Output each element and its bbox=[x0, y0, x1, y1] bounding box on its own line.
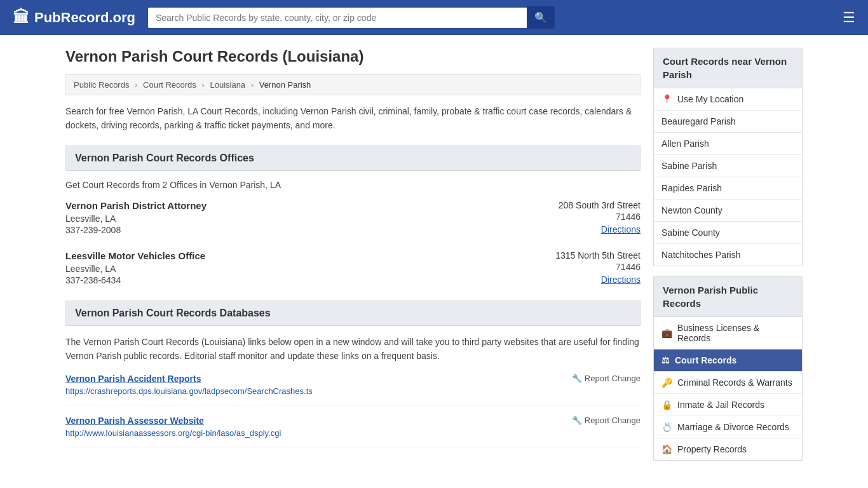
sidebar-public-records-list: 💼 Business Licenses & Records ⚖ Court Re… bbox=[653, 317, 803, 461]
office-entry-1: Vernon Parish District Attorney Leesvill… bbox=[65, 200, 641, 235]
sidebar: Court Records near Vernon Parish 📍 Use M… bbox=[653, 48, 803, 471]
breadcrumb-link-court-records[interactable]: Court Records bbox=[143, 80, 196, 90]
page-title: Vernon Parish Court Records (Louisiana) bbox=[65, 48, 641, 65]
sidebar-item-rapides[interactable]: Rapides Parish bbox=[654, 177, 802, 200]
site-logo[interactable]: 🏛 PubRecord.org bbox=[13, 8, 135, 27]
hamburger-button[interactable]: ☰ bbox=[843, 10, 855, 26]
logo-text: PubRecord.org bbox=[34, 10, 135, 26]
sidebar-item-marriage-records[interactable]: 💍 Marriage & Divorce Records bbox=[654, 416, 802, 438]
marriage-records-label: Marriage & Divorce Records bbox=[677, 422, 789, 432]
db-entry-1-report-change[interactable]: 🔧 Report Change bbox=[572, 374, 641, 383]
offices-section-header: Vernon Parish Court Records Offices bbox=[65, 146, 641, 171]
site-header: 🏛 PubRecord.org 🔍 ☰ bbox=[0, 0, 868, 35]
key-icon: 🔑 bbox=[661, 377, 672, 388]
inmate-records-label: Inmate & Jail Records bbox=[677, 400, 764, 410]
sidebar-item-beauregard[interactable]: Beauregard Parish bbox=[654, 111, 802, 133]
offices-subtext: Get Court Records from 2 Offices in Vern… bbox=[65, 180, 641, 190]
scales-icon: ⚖ bbox=[661, 355, 670, 365]
office-2-directions-link[interactable]: Directions bbox=[555, 274, 641, 285]
breadcrumb-link-public-records[interactable]: Public Records bbox=[74, 80, 129, 90]
search-button[interactable]: 🔍 bbox=[527, 6, 555, 29]
office-2-zip: 71446 bbox=[555, 262, 641, 272]
beauregard-label: Beauregard Parish bbox=[661, 116, 736, 126]
office-2-city: Leesville, LA bbox=[65, 264, 555, 274]
sidebar-item-natchitoches[interactable]: Natchitoches Parish bbox=[654, 244, 802, 266]
report-change-icon-1: 🔧 bbox=[572, 374, 582, 383]
sidebar-item-inmate-records[interactable]: 🔒 Inmate & Jail Records bbox=[654, 394, 802, 416]
report-change-label-1: Report Change bbox=[585, 374, 641, 383]
house-icon: 🏠 bbox=[661, 444, 672, 454]
sidebar-nearby-list: 📍 Use My Location Beauregard Parish Alle… bbox=[653, 88, 803, 266]
search-input[interactable] bbox=[148, 8, 527, 28]
sidebar-item-court-records[interactable]: ⚖ Court Records bbox=[654, 349, 802, 372]
use-location-label: Use My Location bbox=[677, 94, 743, 104]
report-change-icon-2: 🔧 bbox=[572, 416, 582, 425]
allen-label: Allen Parish bbox=[661, 139, 709, 149]
db-entry-2-title[interactable]: Vernon Parish Assessor Website bbox=[65, 416, 204, 426]
briefcase-icon: 💼 bbox=[661, 328, 672, 338]
office-2-phone: 337-238-6434 bbox=[65, 275, 555, 285]
sidebar-item-sabine-parish[interactable]: Sabine Parish bbox=[654, 155, 802, 177]
office-2-street: 1315 North 5th Street bbox=[555, 250, 641, 261]
sidebar-item-criminal-records[interactable]: 🔑 Criminal Records & Warrants bbox=[654, 372, 802, 394]
report-change-label-2: Report Change bbox=[585, 416, 641, 425]
office-1-street: 208 South 3rd Street bbox=[559, 200, 641, 210]
page-description: Search for free Vernon Parish, LA Court … bbox=[65, 104, 641, 133]
rapides-label: Rapides Parish bbox=[661, 183, 722, 193]
office-1-city: Leesville, LA bbox=[65, 214, 559, 224]
office-1-name: Vernon Parish District Attorney bbox=[65, 200, 559, 211]
main-content: Vernon Parish Court Records (Louisiana) … bbox=[65, 48, 641, 471]
office-1-phone: 337-239-2008 bbox=[65, 225, 559, 235]
breadcrumb-link-louisiana[interactable]: Louisiana bbox=[210, 80, 245, 90]
main-container: Vernon Parish Court Records (Louisiana) … bbox=[53, 35, 815, 484]
sidebar-item-allen[interactable]: Allen Parish bbox=[654, 133, 802, 155]
sidebar-item-newton[interactable]: Newton County bbox=[654, 200, 802, 222]
databases-description: The Vernon Parish Court Records (Louisia… bbox=[65, 335, 641, 363]
databases-section-header: Vernon Parish Court Records Databases bbox=[65, 301, 641, 326]
office-1-directions-link[interactable]: Directions bbox=[559, 224, 641, 234]
sidebar-item-property-records[interactable]: 🏠 Property Records bbox=[654, 438, 802, 460]
sidebar-use-location[interactable]: 📍 Use My Location bbox=[654, 88, 802, 111]
breadcrumb: Public Records › Court Records › Louisia… bbox=[65, 74, 641, 95]
lock-icon: 🔒 bbox=[661, 400, 672, 410]
natchitoches-label: Natchitoches Parish bbox=[661, 250, 741, 260]
business-licenses-label: Business Licenses & Records bbox=[677, 323, 794, 343]
db-entry-2-report-change[interactable]: 🔧 Report Change bbox=[572, 416, 641, 425]
breadcrumb-current: Vernon Parish bbox=[259, 80, 311, 90]
sidebar-public-records-header: Vernon Parish Public Records bbox=[653, 276, 803, 317]
office-entry-2: Leesville Motor Vehicles Office Leesvill… bbox=[65, 250, 641, 285]
sabine-county-label: Sabine County bbox=[661, 227, 720, 238]
logo-icon: 🏛 bbox=[13, 8, 29, 27]
office-2-name: Leesville Motor Vehicles Office bbox=[65, 250, 555, 261]
sidebar-item-business-licenses[interactable]: 💼 Business Licenses & Records bbox=[654, 317, 802, 349]
db-entry-1-url[interactable]: https://crashreports.dps.louisiana.gov/l… bbox=[65, 386, 641, 396]
sidebar-item-sabine-county[interactable]: Sabine County bbox=[654, 222, 802, 244]
db-entry-1: Vernon Parish Accident Reports 🔧 Report … bbox=[65, 374, 641, 405]
ring-icon: 💍 bbox=[661, 422, 672, 432]
sabine-parish-label: Sabine Parish bbox=[661, 161, 717, 171]
criminal-records-label: Criminal Records & Warrants bbox=[677, 377, 792, 388]
db-entry-2-url[interactable]: http://www.louisianaassessors.org/cgi-bi… bbox=[65, 428, 641, 438]
property-records-label: Property Records bbox=[677, 444, 747, 454]
db-entry-1-title[interactable]: Vernon Parish Accident Reports bbox=[65, 374, 201, 384]
office-2-address-block: 1315 North 5th Street 71446 Directions bbox=[555, 250, 641, 285]
location-icon: 📍 bbox=[661, 94, 672, 104]
search-bar: 🔍 bbox=[148, 6, 555, 29]
office-1-zip: 71446 bbox=[559, 212, 641, 222]
office-1-address-block: 208 South 3rd Street 71446 Directions bbox=[559, 200, 641, 234]
court-records-label: Court Records bbox=[675, 355, 736, 365]
db-entry-2: Vernon Parish Assessor Website 🔧 Report … bbox=[65, 416, 641, 447]
sidebar-nearby-header: Court Records near Vernon Parish bbox=[653, 48, 803, 88]
newton-label: Newton County bbox=[661, 205, 722, 215]
